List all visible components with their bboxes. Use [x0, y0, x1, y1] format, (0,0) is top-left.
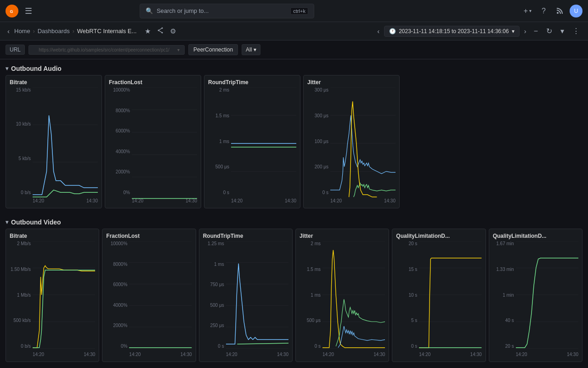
- add-button[interactable]: + ▾: [520, 5, 535, 17]
- breadcrumb-current: WebRTC Internals E...: [77, 28, 137, 34]
- star-button[interactable]: ★: [143, 26, 153, 36]
- help-button[interactable]: ?: [538, 5, 549, 17]
- chart-area: 10000% 8000% 6000% 4000% 2000% 0%: [109, 87, 197, 204]
- x-labels: 14:20 14:30: [419, 351, 481, 358]
- breadcrumb-home[interactable]: Home: [14, 28, 30, 34]
- panel-title: Bitrate: [10, 79, 98, 86]
- svg-text:G: G: [10, 9, 13, 13]
- y-labels: 1.67 min 1.33 min 1 min 40 s 20 s: [493, 241, 516, 349]
- video-qlimit2-chart: [516, 241, 578, 349]
- section-title: Outbound Audio: [11, 65, 62, 72]
- video-jitter-panel: Jitter 2 ms 1.5 ms 1 ms 500 μs 0 s: [295, 229, 389, 362]
- panel-title: QualityLimitationD...: [396, 233, 481, 239]
- sep1: ›: [33, 28, 35, 34]
- more-options-button[interactable]: ⋮: [570, 25, 582, 37]
- nav-right: + ▾ ? U: [520, 5, 582, 17]
- nav-forward[interactable]: ›: [522, 26, 528, 36]
- chart-area: 2 ms 1.5 ms 1 ms 500 μs 0 s: [300, 241, 385, 358]
- share-button[interactable]: [155, 26, 165, 36]
- fractionlost-chart: [132, 87, 197, 199]
- x-labels: 14:20 14:30: [33, 351, 95, 358]
- outbound-audio-section: ▾ Outbound Audio Bitrate 15 kb/s 10 kb/s…: [0, 59, 588, 213]
- panel-title: RoundTripTime: [208, 79, 296, 86]
- video-qlimit1-chart: [419, 241, 481, 349]
- panel-title: Bitrate: [10, 233, 95, 239]
- search-shortcut: ctrl+k: [290, 7, 308, 15]
- chart-area: 2 Mb/s 1.50 Mb/s 1 Mb/s 500 kb/s 0 b/s: [10, 241, 95, 358]
- audio-rtt-panel: RoundTripTime 2 ms 1.5 ms 1 ms 500 μs 0 …: [204, 75, 300, 208]
- video-fractionlost-chart: [129, 241, 192, 349]
- breadcrumb-dashboards[interactable]: Dashboards: [38, 28, 70, 34]
- video-rtt-panel: RoundTripTime 1.25 ms 1 ms 750 μs 500 μs…: [199, 229, 293, 362]
- refresh-button[interactable]: ↻: [543, 25, 555, 37]
- chart-area: 15 kb/s 10 kb/s 5 kb/s 0 b/s: [10, 87, 98, 204]
- search-placeholder: Search or jump to...: [157, 7, 209, 14]
- rss-button[interactable]: [552, 6, 567, 17]
- panel-title: QualityLimitationD...: [493, 233, 578, 239]
- breadcrumb-bar: ‹ Home › Dashboards › WebRTC Internals E…: [0, 22, 588, 40]
- video-rtt-chart: [226, 241, 288, 349]
- video-panel-grid: Bitrate 2 Mb/s 1.50 Mb/s 1 Mb/s 500 kb/s…: [6, 229, 582, 365]
- all-button[interactable]: All ▾: [242, 44, 260, 55]
- x-labels: 14:20 14:30: [132, 197, 197, 204]
- audio-bitrate-panel: Bitrate 15 kb/s 10 kb/s 5 kb/s 0 b/s: [6, 75, 102, 208]
- zoom-out-button[interactable]: −: [531, 26, 541, 37]
- settings-button[interactable]: ⚙: [168, 26, 178, 36]
- top-nav: G ☰ 🔍 Search or jump to... ctrl+k + ▾ ? …: [0, 0, 588, 22]
- collapse-arrow: ▾: [6, 65, 8, 72]
- panel-title: Jitter: [300, 233, 385, 239]
- outbound-audio-header[interactable]: ▾ Outbound Audio: [6, 62, 582, 75]
- y-labels: 1.25 ms 1 ms 750 μs 500 μs 250 μs 0 s: [203, 241, 226, 349]
- chart-area: 20 s 15 s 10 s 5 s 0 s: [396, 241, 481, 358]
- y-labels: 10000% 8000% 6000% 4000% 2000% 0%: [106, 241, 129, 349]
- outbound-video-header[interactable]: ▾ Outbound Video: [6, 216, 582, 229]
- chart-area: 2 ms 1.5 ms 1 ms 500 μs 0 s: [208, 87, 296, 204]
- y-labels: 20 s 15 s 10 s 5 s 0 s: [396, 241, 419, 349]
- peer-connection-button[interactable]: PeerConnection: [188, 44, 238, 55]
- nav-prev[interactable]: ‹: [6, 26, 11, 36]
- jitter-chart: [330, 87, 396, 199]
- refresh-interval-button[interactable]: ▾: [558, 25, 567, 37]
- chart-area: 1.67 min 1.33 min 1 min 40 s 20 s 14:: [493, 241, 578, 358]
- x-labels: 14:20 14:30: [231, 197, 296, 204]
- video-bitrate-panel: Bitrate 2 Mb/s 1.50 Mb/s 1 Mb/s 500 kb/s…: [6, 229, 99, 362]
- chart-area: 1.25 ms 1 ms 750 μs 500 μs 250 μs 0 s: [203, 241, 288, 358]
- grafana-logo: G: [6, 5, 18, 17]
- audio-fractionlost-panel: FractionLost 10000% 8000% 6000% 4000% 20…: [105, 75, 201, 208]
- collapse-arrow: ▾: [6, 219, 8, 225]
- bitrate-chart: [33, 87, 98, 199]
- y-labels: 2 ms 1.5 ms 1 ms 500 μs 0 s: [300, 241, 322, 349]
- user-avatar[interactable]: U: [570, 5, 582, 17]
- chart-area: 10000% 8000% 6000% 4000% 2000% 0%: [106, 241, 192, 358]
- svg-point-2: [557, 12, 559, 14]
- search-icon: 🔍: [146, 7, 153, 14]
- x-labels: 14:20 14:30: [322, 351, 385, 358]
- x-labels: 14:20 14:30: [330, 197, 396, 204]
- video-fractionlost-panel: FractionLost 10000% 8000% 6000% 4000% 20…: [102, 229, 196, 362]
- video-qlimit1-panel: QualityLimitationD... 20 s 15 s 10 s 5 s…: [392, 229, 486, 362]
- x-labels: 14:20 14:30: [516, 351, 578, 358]
- video-qlimit2-panel: QualityLimitationD... 1.67 min 1.33 min …: [489, 229, 582, 362]
- y-labels: 10000% 8000% 6000% 4000% 2000% 0%: [109, 87, 132, 195]
- y-labels: 300 μs 300 μs 100 μs 200 μs 0 s: [307, 87, 330, 195]
- time-range-label: 2023-11-11 14:18:15 to 2023-11-11 14:36:…: [399, 28, 509, 34]
- y-labels: 2 ms 1.5 ms 1 ms 500 μs 0 s: [208, 87, 231, 195]
- panel-title: FractionLost: [106, 233, 192, 239]
- y-labels: 2 Mb/s 1.50 Mb/s 1 Mb/s 500 kb/s 0 b/s: [10, 241, 33, 349]
- sep2: ›: [73, 28, 74, 34]
- chart-area: 300 μs 300 μs 100 μs 200 μs 0 s: [307, 87, 396, 204]
- x-labels: 14:20 14:30: [226, 351, 288, 358]
- outbound-video-section: ▾ Outbound Video Bitrate 2 Mb/s 1.50 Mb/…: [0, 213, 588, 367]
- x-labels: 14:20 14:30: [33, 197, 98, 204]
- hamburger-menu[interactable]: ☰: [22, 4, 35, 18]
- y-labels: 15 kb/s 10 kb/s 5 kb/s 0 b/s: [10, 87, 33, 195]
- svg-line-7: [158, 30, 162, 33]
- url-input[interactable]: https://webrtc.github.io/samples/src/con…: [28, 45, 185, 55]
- section-title: Outbound Video: [11, 218, 61, 226]
- nav-back[interactable]: ‹: [375, 26, 381, 36]
- search-bar[interactable]: 🔍 Search or jump to... ctrl+k: [140, 4, 314, 18]
- panel-title: FractionLost: [109, 79, 197, 86]
- audio-panel-grid: Bitrate 15 kb/s 10 kb/s 5 kb/s 0 b/s: [6, 75, 582, 211]
- time-range-picker[interactable]: 🕐 2023-11-11 14:18:15 to 2023-11-11 14:3…: [384, 26, 520, 37]
- x-labels: 14:20 14:30: [129, 351, 192, 358]
